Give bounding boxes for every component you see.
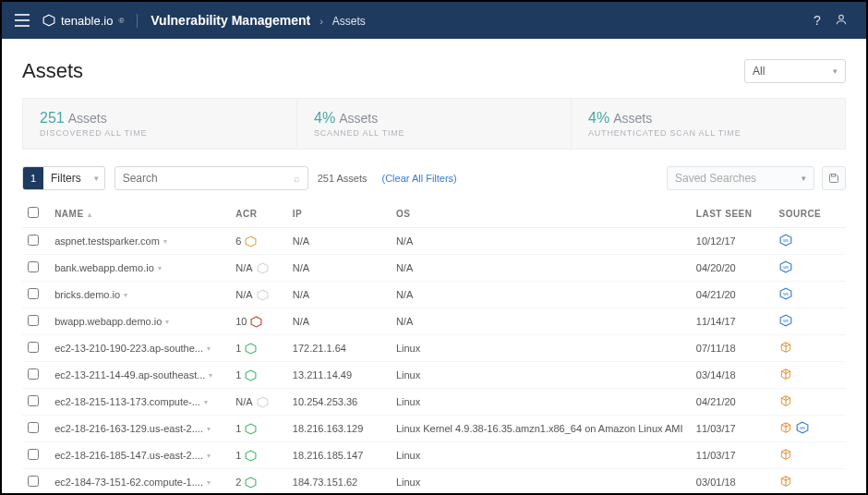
source-icons xyxy=(779,341,792,354)
brand-text: tenable.io xyxy=(61,14,113,28)
asset-ip: N/A xyxy=(287,282,391,308)
col-source[interactable]: SOURCE xyxy=(774,199,847,228)
clear-filters-link[interactable]: (Clear All Filters) xyxy=(382,173,457,184)
asset-ip: 10.254.253.36 xyxy=(287,389,391,416)
table-row[interactable]: ec2-184-73-151-62.compute-1....▾2184.73.… xyxy=(22,469,846,496)
breadcrumb: Vulnerability Management › Assets xyxy=(151,13,365,28)
asset-ip: 172.21.1.64 xyxy=(287,335,391,362)
asset-name: bank.webapp.demo.io xyxy=(54,262,154,273)
table-row[interactable]: bank.webapp.demo.io▾N/AN/AN/A04/20/20ws xyxy=(22,255,846,282)
save-icon xyxy=(828,173,839,184)
asset-name: bwapp.webapp.demo.io xyxy=(54,316,162,327)
brand-logo[interactable]: tenable.io® xyxy=(42,14,138,28)
table-row[interactable]: ec2-18-216-163-129.us-east-2....▾118.216… xyxy=(22,416,846,442)
source-ws-icon: ws xyxy=(779,234,792,247)
asset-last-seen: 03/01/18 xyxy=(691,469,774,496)
svg-marker-3 xyxy=(246,236,256,247)
search-box[interactable]: ⌕ xyxy=(115,166,308,190)
asset-last-seen: 03/14/18 xyxy=(691,362,774,389)
source-icons: ws xyxy=(779,421,809,434)
asset-name: bricks.demo.io xyxy=(54,289,120,300)
stat-sub: SCANNED ALL TIME xyxy=(314,128,554,138)
col-last[interactable]: LAST SEEN xyxy=(691,199,774,228)
col-ip[interactable]: IP xyxy=(287,199,391,228)
row-checkbox[interactable] xyxy=(28,476,39,487)
table-row[interactable]: bwapp.webapp.demo.io▾10N/AN/A11/14/17ws xyxy=(22,308,846,335)
asset-os: Linux xyxy=(391,389,691,416)
asset-ip: N/A xyxy=(287,255,391,282)
row-checkbox[interactable] xyxy=(28,288,39,299)
asset-os: N/A xyxy=(391,255,691,282)
logo-icon xyxy=(42,14,55,27)
stat-sub: AUTHENTICATED SCAN ALL TIME xyxy=(588,128,828,138)
col-os[interactable]: OS xyxy=(391,199,691,228)
menu-toggle[interactable] xyxy=(15,14,30,27)
chevron-down-icon: ▾ xyxy=(89,174,104,183)
row-checkbox[interactable] xyxy=(28,422,39,433)
asset-name: ec2-13-210-190-223.ap-southe... xyxy=(54,343,203,354)
breadcrumb-page[interactable]: Assets xyxy=(332,15,366,28)
asset-last-seen: 11/03/17 xyxy=(691,416,774,442)
asset-last-seen: 07/11/18 xyxy=(691,335,774,362)
table-row[interactable]: ec2-18-216-185-147.us-east-2....▾118.216… xyxy=(22,442,846,469)
asset-ip: 18.216.185.147 xyxy=(287,442,391,469)
source-icons xyxy=(779,368,792,380)
svg-marker-18 xyxy=(246,424,256,434)
table-row[interactable]: ec2-13-211-14-49.ap-southeast...▾113.211… xyxy=(22,362,846,389)
search-input[interactable] xyxy=(123,172,294,185)
svg-marker-16 xyxy=(246,370,256,380)
filters-chip[interactable]: 1 Filters ▾ xyxy=(22,166,105,190)
row-checkbox[interactable] xyxy=(28,395,39,406)
col-name[interactable]: NAME▴ xyxy=(49,199,230,228)
svg-marker-17 xyxy=(258,397,268,407)
svg-point-1 xyxy=(839,15,844,19)
source-icons: ws xyxy=(779,260,792,273)
acr-value: 10 xyxy=(235,316,247,327)
stat-label: Assets xyxy=(68,111,107,126)
col-acr[interactable]: ACR xyxy=(230,199,287,228)
severity-hex-icon xyxy=(250,316,262,328)
source-ws-icon: ws xyxy=(779,260,792,273)
asset-name: ec2-18-216-163-129.us-east-2.... xyxy=(54,423,203,434)
svg-marker-9 xyxy=(258,290,268,300)
source-aws-icon xyxy=(779,421,792,434)
row-checkbox[interactable] xyxy=(28,261,39,272)
acr-value: 6 xyxy=(235,235,241,247)
row-checkbox[interactable] xyxy=(28,315,39,326)
chevron-down-icon: ▾ xyxy=(802,174,806,183)
row-checkbox[interactable] xyxy=(28,449,39,460)
save-search-button[interactable] xyxy=(822,166,846,190)
stat-number: 251 xyxy=(40,110,65,126)
asset-ip: N/A xyxy=(287,308,391,335)
acr-value: N/A xyxy=(235,289,252,300)
svg-marker-21 xyxy=(246,451,256,461)
select-all-checkbox[interactable] xyxy=(28,207,39,218)
asset-ip: 184.73.151.62 xyxy=(287,469,391,496)
user-icon[interactable] xyxy=(829,13,853,29)
severity-hex-icon xyxy=(257,396,269,408)
chevron-right-icon: › xyxy=(319,16,323,27)
severity-hex-icon xyxy=(257,289,269,301)
row-checkbox[interactable] xyxy=(28,368,39,380)
table-row[interactable]: bricks.demo.io▾N/AN/AN/A04/21/20ws xyxy=(22,282,846,308)
chevron-down-icon: ▾ xyxy=(124,291,127,299)
help-icon[interactable]: ? xyxy=(805,13,829,28)
scope-select[interactable]: All ▾ xyxy=(744,59,846,83)
saved-searches-select[interactable]: Saved Searches ▾ xyxy=(667,166,814,190)
source-aws-icon xyxy=(779,448,792,461)
stat-card: 251AssetsDISCOVERED ALL TIME xyxy=(23,99,297,149)
chevron-down-icon: ▾ xyxy=(163,237,167,246)
source-aws-icon xyxy=(779,341,792,354)
table-row[interactable]: ec2-18-215-113-173.compute-...▾N/A10.254… xyxy=(22,389,846,416)
row-checkbox[interactable] xyxy=(28,342,39,353)
result-count: 251 Assets xyxy=(318,173,368,184)
chevron-down-icon: ▾ xyxy=(158,264,162,272)
table-row[interactable]: ec2-13-210-190-223.ap-southe...▾1172.21.… xyxy=(22,335,846,362)
asset-ip: 18.216.163.129 xyxy=(287,416,391,442)
asset-last-seen: 04/21/20 xyxy=(691,389,774,416)
svg-text:ws: ws xyxy=(783,238,789,243)
breadcrumb-section[interactable]: Vulnerability Management xyxy=(151,13,310,28)
severity-hex-icon xyxy=(257,262,269,274)
row-checkbox[interactable] xyxy=(28,235,39,246)
table-row[interactable]: aspnet.testsparker.com▾6N/AN/A10/12/17ws xyxy=(22,228,846,255)
